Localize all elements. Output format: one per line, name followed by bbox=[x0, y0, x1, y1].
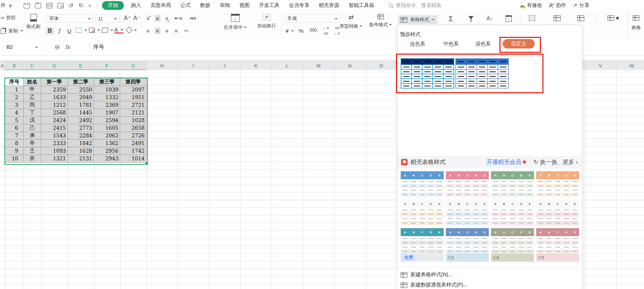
table-cell[interactable]: 8 bbox=[5, 140, 24, 147]
shuffle-button[interactable]: ↻ 换一换 bbox=[533, 159, 557, 166]
table-cell[interactable]: 2131 bbox=[68, 155, 94, 163]
table-header-cell[interactable]: 第一季 bbox=[41, 78, 68, 86]
table-cell[interactable]: 2726 bbox=[120, 132, 146, 140]
daoke-style-preview[interactable]: ABCDE bbox=[401, 200, 444, 225]
table-cell[interactable]: 1445 bbox=[68, 109, 94, 117]
daoke-style-preview[interactable]: ABCDE bbox=[446, 200, 489, 225]
table-cell[interactable]: 2550 bbox=[68, 86, 94, 94]
table-cell[interactable]: 己 bbox=[24, 124, 41, 132]
table-cell[interactable]: 乙 bbox=[24, 94, 41, 101]
right-tool-strip[interactable]: 表格 bbox=[628, 11, 644, 39]
daoke-style-preview[interactable]: ABCDE bbox=[491, 171, 534, 197]
cell-format-button[interactable] bbox=[529, 15, 535, 21]
column-header-M[interactable]: M bbox=[303, 61, 334, 70]
table-cell[interactable]: 2658 bbox=[120, 124, 146, 132]
column-header-I[interactable]: I bbox=[178, 61, 209, 70]
table-cell[interactable]: 6 bbox=[5, 124, 24, 132]
percent-button[interactable]: % bbox=[299, 28, 303, 34]
table-cell[interactable]: 2594 bbox=[94, 117, 120, 124]
table-cell[interactable]: 5 bbox=[5, 117, 24, 124]
table-cell[interactable]: 1212 bbox=[41, 101, 68, 109]
table-cell[interactable]: 2492 bbox=[68, 117, 94, 124]
name-box[interactable]: B2 bbox=[0, 42, 43, 52]
borders-button[interactable] bbox=[76, 28, 87, 33]
align-center-icon[interactable]: ≡ bbox=[154, 27, 161, 34]
decrease-indent-icon[interactable]: ⇤≡ bbox=[173, 15, 184, 22]
daoke-style-preview[interactable]: ABCDE bbox=[446, 171, 489, 197]
increase-indent-icon[interactable]: ⇥≡ bbox=[187, 15, 198, 22]
align-top-icon[interactable]: ≡̅ bbox=[145, 15, 151, 22]
file-menu[interactable]: 件 bbox=[1, 2, 6, 9]
eraser-button[interactable] bbox=[127, 28, 137, 32]
daoke-style-preview[interactable]: ABCDE汇总 bbox=[536, 228, 579, 262]
column-header-C[interactable]: C bbox=[24, 61, 41, 70]
tab-custom[interactable]: 自定义 bbox=[503, 39, 535, 48]
ribbon-tab-公式[interactable]: 公式 bbox=[176, 2, 195, 9]
column-header-A[interactable]: A bbox=[0, 61, 5, 70]
table-header-cell[interactable]: 姓名 bbox=[24, 78, 41, 86]
table-cell[interactable]: 2359 bbox=[41, 86, 68, 94]
table-header-cell[interactable]: 第四季 bbox=[120, 78, 146, 86]
fill-color-button[interactable] bbox=[89, 28, 100, 33]
ribbon-tab-开发工具[interactable]: 开发工具 bbox=[254, 2, 284, 9]
table-cell[interactable]: 2284 bbox=[68, 132, 94, 140]
table-cell[interactable]: 辛 bbox=[24, 140, 41, 147]
fx-icon[interactable]: fx bbox=[65, 44, 70, 50]
ribbon-tab-插入[interactable]: 插入 bbox=[126, 2, 146, 9]
print-icon[interactable] bbox=[46, 3, 52, 8]
font-size-select[interactable]: 11 bbox=[95, 15, 119, 23]
fill-handle[interactable] bbox=[145, 162, 148, 165]
new-pivot-style-item[interactable]: 新建数据透视表样式(P)... bbox=[397, 280, 581, 289]
export-icon[interactable] bbox=[35, 3, 41, 8]
daoke-style-preview[interactable]: ABCDE汇总 bbox=[446, 228, 489, 262]
autosum-button[interactable]: Σ bbox=[449, 15, 453, 23]
currency-button[interactable]: ¥ bbox=[286, 28, 294, 34]
column-header-L[interactable]: L bbox=[272, 61, 303, 70]
daoke-style-preview[interactable]: ABCDE bbox=[491, 200, 534, 225]
table-cell[interactable]: 2121 bbox=[120, 109, 146, 117]
more-button[interactable]: 更多 › bbox=[562, 159, 578, 166]
justify-icon[interactable]: ≡ bbox=[173, 27, 179, 34]
new-table-style-item[interactable]: 新建表格样式(N)... bbox=[397, 270, 581, 280]
table-cell[interactable]: 癸 bbox=[24, 155, 41, 163]
increase-decimal-button[interactable]: ←.0.00 bbox=[323, 26, 329, 36]
table-cell[interactable]: 1332 bbox=[94, 94, 120, 101]
table-cell[interactable]: 1633 bbox=[41, 94, 68, 101]
formula-input[interactable]: 序号 bbox=[89, 42, 385, 52]
daoke-style-preview[interactable]: ABCDE汇总 bbox=[491, 228, 534, 262]
number-format-select[interactable]: 常规 bbox=[285, 15, 340, 23]
table-cell[interactable]: 庚 bbox=[24, 132, 41, 140]
table-tools-button[interactable]: ✱ bbox=[608, 15, 619, 21]
table-header-cell[interactable]: 序号 bbox=[5, 78, 24, 86]
share-button[interactable]: ↗ 分享 bbox=[573, 2, 589, 9]
table-style-button[interactable]: 表格样式 bbox=[398, 15, 437, 24]
underline-button[interactable]: U bbox=[66, 27, 73, 35]
table-cell[interactable]: 丁 bbox=[24, 109, 41, 117]
namebox-dropdown-icon[interactable] bbox=[34, 44, 38, 50]
table-cell[interactable]: 1951 bbox=[120, 94, 146, 101]
table-cell[interactable]: 2 bbox=[5, 94, 24, 101]
table-cell[interactable]: 1028 bbox=[120, 117, 146, 124]
column-header-F[interactable]: F bbox=[94, 61, 120, 70]
table-cell[interactable]: 1605 bbox=[94, 124, 120, 132]
undo-icon[interactable]: ↺ bbox=[69, 2, 74, 9]
fill-button[interactable]: ↓ bbox=[506, 15, 512, 22]
table-cell[interactable]: 1543 bbox=[41, 132, 68, 140]
redo-icon[interactable]: ↻ bbox=[79, 2, 83, 9]
table-cell[interactable]: 戊 bbox=[24, 117, 41, 124]
table-cell[interactable]: 1742 bbox=[120, 147, 146, 155]
table-cell[interactable]: 9 bbox=[5, 147, 24, 155]
table-cell[interactable]: 1362 bbox=[94, 140, 120, 147]
table-cell[interactable]: 1093 bbox=[41, 147, 68, 155]
table-cell[interactable]: 壬 bbox=[24, 147, 41, 155]
rows-cols-button[interactable] bbox=[554, 15, 561, 21]
table-cell[interactable]: 丙 bbox=[24, 101, 41, 109]
filter-button[interactable] bbox=[468, 16, 474, 22]
shading-button[interactable] bbox=[102, 28, 113, 33]
table-cell[interactable]: 2568 bbox=[41, 109, 68, 117]
column-header-N[interactable]: N bbox=[334, 61, 366, 70]
custom-table-style-preview[interactable] bbox=[401, 58, 454, 89]
italic-button[interactable]: I bbox=[56, 27, 62, 35]
table-header-cell[interactable]: 第三季 bbox=[94, 78, 120, 86]
column-header-J[interactable]: J bbox=[209, 61, 240, 70]
